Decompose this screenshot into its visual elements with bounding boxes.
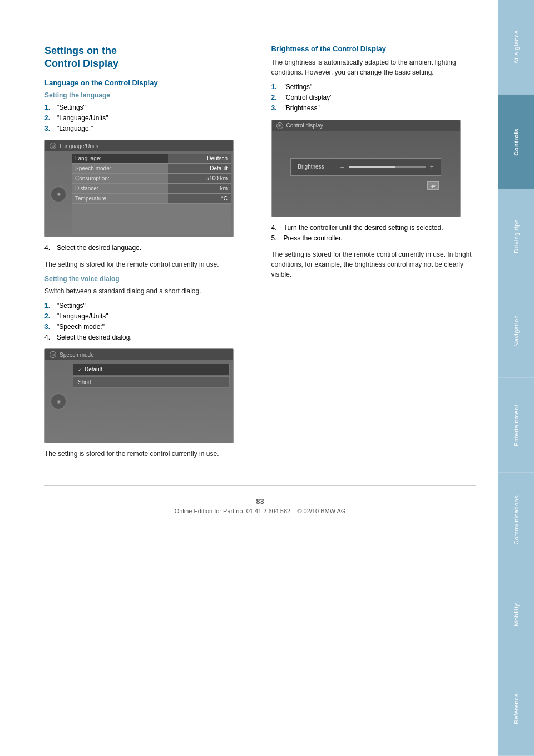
go-button: go — [427, 181, 439, 190]
table-row: Temperature: °C — [72, 194, 231, 204]
brightness-slider: Brightness – + — [290, 158, 441, 176]
speech-mode-screenshot: ⊛ Speech mode ◉ Default Short — [44, 348, 234, 443]
brightness-steps-4-5: 4. Turn the controller until the desired… — [271, 223, 476, 244]
controller-icon: ◉ — [50, 393, 67, 410]
sidebar: At a glance Controls Driving tips Naviga… — [498, 0, 534, 756]
list-item: 3. "Language:" — [44, 124, 249, 134]
list-item: 3. "Brightness" — [271, 103, 476, 114]
speech-options: Default Short — [72, 362, 231, 440]
footer-text: Online Edition for Part no. 01 41 2 604 … — [44, 508, 476, 514]
brightness-body: The brightness is automatically adapted … — [271, 57, 476, 77]
nav-icon: ⊛ — [50, 143, 56, 149]
setting-language-title: Setting the language — [44, 91, 249, 99]
brightness-minus: – — [340, 163, 344, 171]
screenshot-header: ⊛ Speech mode — [45, 349, 233, 360]
screenshot-body: ◉ Language: Deutsch Speech mode: Def — [45, 151, 233, 237]
sidebar-tab-controls[interactable]: Controls — [498, 95, 534, 189]
left-column: Settings on the Control Display Language… — [44, 45, 249, 463]
list-item: 2. "Language/Units" — [44, 113, 249, 124]
speech-body: ◉ Default Short — [45, 360, 233, 443]
brightness-bar — [349, 166, 426, 168]
screenshot-header: ⊛ Language/Units — [45, 140, 233, 151]
sidebar-tab-reference[interactable]: Reference — [498, 661, 534, 756]
list-item: 4. Turn the controller until the desired… — [271, 223, 476, 233]
language-step4-list: 4. Select the desired language. — [44, 243, 249, 253]
language-note: The setting is stored for the remote con… — [44, 259, 249, 269]
speech-note: The setting is stored for the remote con… — [44, 449, 249, 459]
list-item: 1. "Settings" — [271, 82, 476, 92]
speech-option-short: Short — [73, 376, 230, 388]
list-item: 1. "Settings" — [44, 301, 249, 311]
table-row: Distance: km — [72, 184, 231, 194]
list-item: 4. Select the desired language. — [44, 243, 249, 253]
sidebar-tab-mobility[interactable]: Mobility — [498, 567, 534, 662]
table-row: Language: Deutsch — [72, 154, 231, 164]
list-item: 5. Press the controller. — [271, 233, 476, 244]
voice-dialog-title: Setting the voice dialog — [44, 275, 249, 283]
brightness-label: Brightness — [298, 164, 336, 170]
brightness-bar-fill — [349, 166, 395, 168]
brightness-screenshot: ⊛ Control display Brightness – + — [271, 120, 461, 217]
speech-option-default: Default — [73, 364, 230, 375]
brightness-title: Brightness of the Control Display — [271, 45, 476, 53]
list-item: 1. "Settings" — [44, 102, 249, 113]
settings-table: Language: Deutsch Speech mode: Default C… — [72, 154, 231, 234]
page-wrapper: Settings on the Control Display Language… — [0, 0, 534, 756]
table-row: Speech mode: Default — [72, 164, 231, 174]
two-column-layout: Settings on the Control Display Language… — [44, 45, 476, 463]
list-item: 2. "Control display" — [271, 92, 476, 103]
brightness-steps-list: 1. "Settings" 2. "Control display" 3. "B… — [271, 82, 476, 114]
list-item: 3. "Speech mode:" — [44, 322, 249, 332]
language-units-screenshot: ⊛ Language/Units ◉ Language: Deutsch — [44, 140, 234, 237]
controller-icon: ◉ — [50, 186, 67, 203]
sidebar-tab-entertainment[interactable]: Entertainment — [498, 378, 534, 473]
main-content: Settings on the Control Display Language… — [0, 0, 498, 756]
voice-dialog-body: Switch between a standard dialog and a s… — [44, 286, 249, 296]
controller-panel: ◉ — [47, 154, 70, 234]
page-footer: 83 Online Edition for Part no. 01 41 2 6… — [44, 485, 476, 520]
list-item: 4. Select the desired dialog. — [44, 332, 249, 343]
list-item: 2. "Language/Units" — [44, 311, 249, 322]
sidebar-tab-driving-tips[interactable]: Driving tips — [498, 189, 534, 284]
nav-icon: ⊛ — [276, 122, 283, 129]
right-column: Brightness of the Control Display The br… — [271, 45, 476, 463]
controller-panel: ◉ — [47, 362, 70, 440]
nav-icon: ⊛ — [50, 351, 56, 358]
sidebar-tab-at-a-glance[interactable]: At a glance — [498, 0, 534, 95]
brightness-note: The setting is stored for the remote con… — [271, 249, 476, 279]
table-row: Consumption: l/100 km — [72, 174, 231, 184]
screenshot-header: ⊛ Control display — [272, 120, 460, 131]
language-steps-list: 1. "Settings" 2. "Language/Units" 3. "La… — [44, 102, 249, 135]
go-button-row: go — [290, 181, 441, 190]
brightness-body-panel: Brightness – + go — [272, 131, 460, 217]
voice-steps-list: 1. "Settings" 2. "Language/Units" 3. "Sp… — [44, 301, 249, 343]
page-number: 83 — [44, 497, 476, 505]
brightness-plus: + — [430, 163, 434, 171]
page-title: Settings on the Control Display — [44, 45, 249, 71]
sidebar-tab-navigation[interactable]: Navigation — [498, 283, 534, 378]
language-subsection-title: Language on the Control Display — [44, 78, 249, 87]
sidebar-tab-communications[interactable]: Communications — [498, 473, 534, 567]
